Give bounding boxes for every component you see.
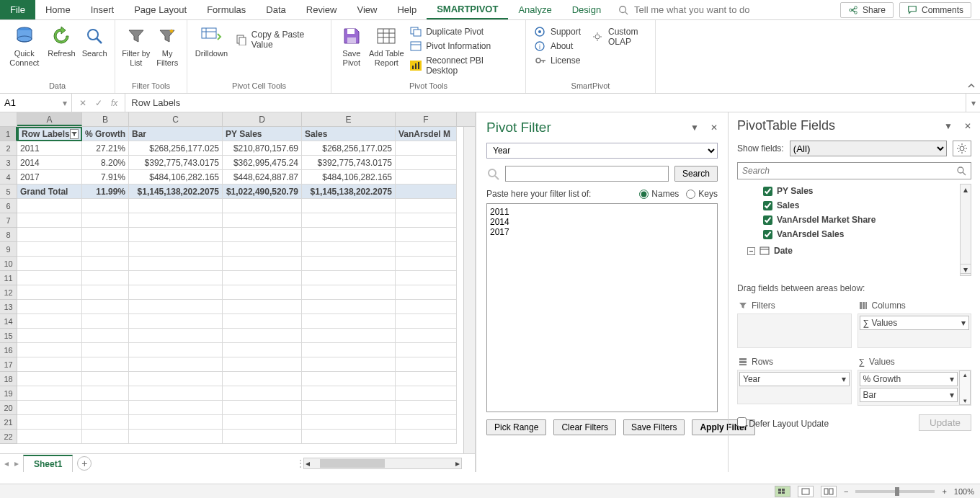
- drilldown-button[interactable]: Drilldown: [192, 23, 231, 60]
- names-radio[interactable]: Names: [639, 189, 679, 199]
- cell[interactable]: [396, 343, 457, 357]
- filter-dropdown-icon[interactable]: [70, 129, 79, 139]
- cell-d1[interactable]: PY Sales: [223, 127, 302, 141]
- page-break-view-button[interactable]: [821, 486, 837, 497]
- cell[interactable]: [129, 329, 223, 343]
- pane-options-icon[interactable]: ▼: [690, 123, 699, 133]
- select-all-cell[interactable]: [0, 112, 17, 126]
- cell[interactable]: [396, 242, 457, 257]
- cell[interactable]: [129, 314, 223, 329]
- row-header-14[interactable]: 14: [0, 314, 17, 329]
- cell[interactable]: [302, 213, 396, 228]
- cell[interactable]: [129, 257, 223, 271]
- tab-design[interactable]: Design: [562, 0, 611, 19]
- cell[interactable]: [82, 372, 129, 386]
- row-header-12[interactable]: 12: [0, 285, 17, 300]
- tab-home[interactable]: Home: [35, 0, 81, 19]
- row-header-21[interactable]: 21: [0, 415, 17, 430]
- cell-d3[interactable]: $362,995,475.24: [223, 156, 302, 170]
- save-filters-button[interactable]: Save Filters: [623, 419, 685, 435]
- tab-file[interactable]: File: [0, 0, 35, 19]
- name-box-input[interactable]: [4, 97, 48, 108]
- values-area[interactable]: % Growth▾ Bar▾ ▴▾: [858, 370, 972, 406]
- cell-e4[interactable]: $484,106,282.165: [302, 170, 396, 184]
- cell[interactable]: [223, 372, 302, 386]
- about-button[interactable]: i About: [530, 39, 585, 53]
- cell[interactable]: [82, 285, 129, 300]
- page-layout-view-button[interactable]: [798, 486, 814, 497]
- cell[interactable]: [82, 314, 129, 329]
- tab-help[interactable]: Help: [387, 0, 427, 19]
- ribbon-search-button[interactable]: Search: [79, 23, 110, 60]
- chip-values[interactable]: ∑ Values▾: [860, 316, 970, 330]
- cell[interactable]: [223, 415, 302, 430]
- cell-d4[interactable]: $448,624,887.87: [223, 170, 302, 184]
- cell[interactable]: [396, 228, 457, 242]
- zoom-out-button[interactable]: −: [844, 487, 848, 496]
- cell[interactable]: [302, 401, 396, 415]
- cell[interactable]: [82, 242, 129, 257]
- cell-f2[interactable]: [396, 141, 457, 156]
- cell[interactable]: [129, 228, 223, 242]
- defer-layout-checkbox[interactable]: Defer Layout Update: [737, 417, 829, 429]
- cell[interactable]: [17, 213, 82, 228]
- reconnect-pbi-button[interactable]: Reconnect PBI Desktop: [406, 53, 521, 78]
- row-header-22[interactable]: 22: [0, 430, 17, 444]
- cell[interactable]: [396, 415, 457, 430]
- share-button[interactable]: Share: [840, 2, 894, 18]
- cell[interactable]: [129, 343, 223, 357]
- duplicate-pivot-button[interactable]: Duplicate Pivot: [406, 25, 521, 39]
- cell[interactable]: [302, 228, 396, 242]
- cell-d5[interactable]: $1,022,490,520.79: [223, 184, 302, 199]
- cell[interactable]: [82, 430, 129, 444]
- cell[interactable]: [396, 257, 457, 271]
- cell[interactable]: [82, 415, 129, 430]
- cell[interactable]: [82, 343, 129, 357]
- cell[interactable]: [82, 228, 129, 242]
- cell[interactable]: [129, 242, 223, 257]
- col-header-d[interactable]: D: [223, 112, 302, 126]
- cell[interactable]: [396, 430, 457, 444]
- add-sheet-button[interactable]: +: [77, 456, 92, 471]
- next-sheet-icon[interactable]: ▸: [14, 458, 19, 468]
- pane-options-icon[interactable]: ▼: [944, 121, 953, 131]
- support-button[interactable]: Support: [530, 25, 585, 39]
- field-vanarsdel-sales[interactable]: VanArsdel Sales: [737, 227, 971, 241]
- show-fields-dropdown[interactable]: (All): [790, 141, 947, 156]
- row-header-19[interactable]: 19: [0, 386, 17, 401]
- cell[interactable]: [302, 271, 396, 285]
- field-date-table[interactable]: – Date: [737, 241, 971, 258]
- license-button[interactable]: License: [530, 53, 585, 68]
- field-sales[interactable]: Sales: [737, 198, 971, 213]
- field-py-sales[interactable]: PY Sales: [737, 184, 971, 198]
- pivot-filter-search-button[interactable]: Search: [674, 166, 718, 182]
- cell-b2[interactable]: 27.21%: [82, 141, 129, 156]
- cell[interactable]: [396, 285, 457, 300]
- cell[interactable]: [129, 430, 223, 444]
- cell[interactable]: [129, 199, 223, 213]
- row-header-17[interactable]: 17: [0, 357, 17, 372]
- cell-b4[interactable]: 7.91%: [82, 170, 129, 184]
- tell-me-search[interactable]: Tell me what you want to do: [618, 4, 749, 15]
- cell-c1[interactable]: Bar: [129, 127, 223, 141]
- cell-b3[interactable]: 8.20%: [82, 156, 129, 170]
- cell[interactable]: [223, 285, 302, 300]
- cell[interactable]: [396, 199, 457, 213]
- fx-icon[interactable]: fx: [111, 98, 117, 108]
- cell[interactable]: [302, 415, 396, 430]
- horizontal-scrollbar[interactable]: ◂ ▸: [303, 458, 462, 469]
- tab-analyze[interactable]: Analyze: [508, 0, 561, 19]
- custom-olap-button[interactable]: Custom OLAP: [588, 25, 651, 49]
- cell[interactable]: [129, 401, 223, 415]
- cell[interactable]: [223, 271, 302, 285]
- row-header-2[interactable]: 2: [0, 141, 17, 156]
- col-header-e[interactable]: E: [302, 112, 396, 126]
- cell-c2[interactable]: $268,256,177.025: [129, 141, 223, 156]
- cell[interactable]: [17, 329, 82, 343]
- cell-a2[interactable]: 2011: [17, 141, 82, 156]
- row-header-3[interactable]: 3: [0, 156, 17, 170]
- cell[interactable]: [223, 199, 302, 213]
- chip-growth[interactable]: % Growth▾: [860, 372, 958, 386]
- name-box[interactable]: ▾: [0, 94, 72, 112]
- col-header-a[interactable]: A: [17, 112, 82, 126]
